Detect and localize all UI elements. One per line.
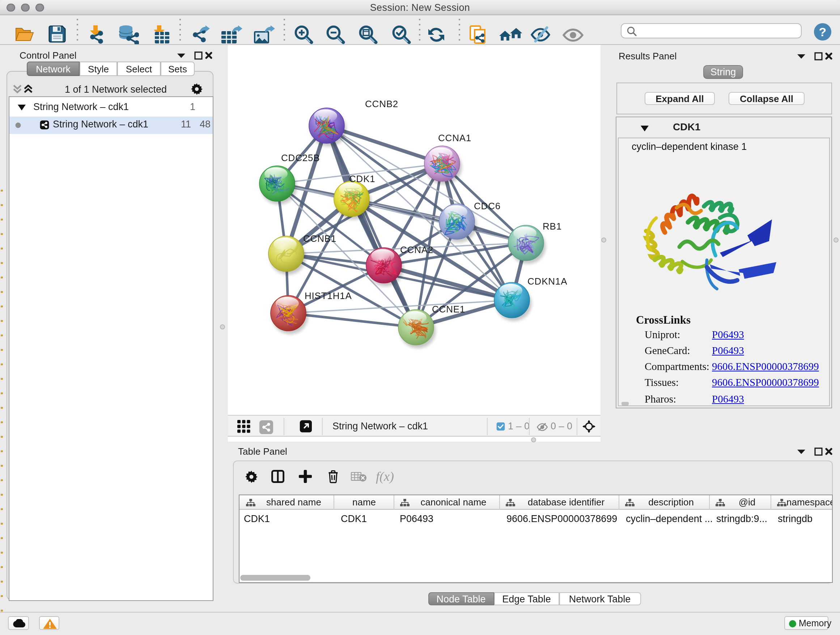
svg-text:CDK1: CDK1 [349,173,376,184]
svg-text:CCNE1: CCNE1 [432,304,465,315]
svg-text:CDC25B: CDC25B [281,152,320,163]
svg-text:CCNA1: CCNA1 [438,133,471,143]
svg-text:HIST1H1A: HIST1H1A [305,290,352,301]
svg-text:CDC6: CDC6 [474,201,501,211]
svg-text:RB1: RB1 [543,221,562,232]
svg-text:CCNB2: CCNB2 [365,98,398,109]
svg-text:CDKN1A: CDKN1A [527,276,567,287]
svg-text:CCNA2: CCNA2 [400,244,433,255]
svg-text:?: ? [819,25,827,39]
svg-text:CCNB1: CCNB1 [303,233,336,244]
